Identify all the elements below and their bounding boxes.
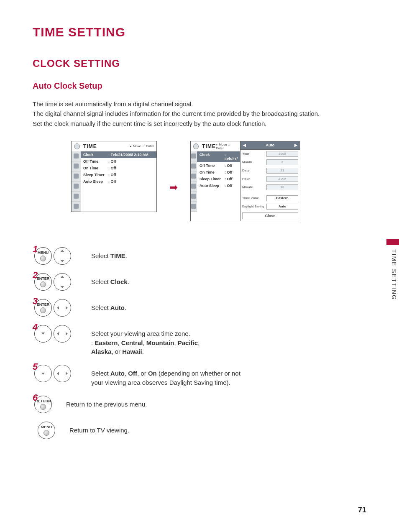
remote-leftright-button [54,365,71,382]
step-6: 6 RETURN Return to the previous menu. [33,396,250,413]
side-accent [386,239,399,245]
osd-title: TIME [83,143,130,149]
intro-text: The time is set automatically from a dig… [33,99,366,128]
osd-screenshot-right: TIME ⬥ Move ⊙ Enter Clock: Feb/21/ Off T… [190,141,300,221]
osd-screenshot-left: TIME ⬥ Move ⊙ Enter Clock: Feb/21/2008/ … [71,141,157,212]
remote-updown-button [54,273,71,291]
submenu-auto-label: Auto [266,143,275,147]
step-5: 5 Select Auto, Off, or On (depending on … [33,365,250,387]
step-number: 6 [33,392,38,403]
osd-submenu: ◀ Auto ▶ Year2008 Month2 Date21 Hour2 AM… [240,141,300,221]
osd-nav-hint: ⬥ Move ⊙ Enter [216,143,238,150]
remote-leftright-button [54,325,71,343]
step-3: 3 ENTER Select Auto. [33,299,250,317]
osd-screenshots: TIME ⬥ Move ⊙ Enter Clock: Feb/21/2008/ … [71,141,366,221]
triangle-right-icon: ▶ [294,143,297,147]
subsection-title: Auto Clock Setup [33,81,366,91]
remote-updown-button [54,247,71,265]
triangle-left-icon: ◀ [243,143,246,147]
osd-sidebar [72,151,81,212]
remote-menu-button: MENU [38,422,55,439]
step-number: 5 [33,361,38,372]
step-2: 2 ENTER Select Clock. [33,273,250,291]
osd-list: Clock: Feb/21/2008/ 2:10 AM Off Time: Of… [81,151,156,212]
step-4: 4 Select your viewing area time zone. : … [33,325,250,356]
arrow-icon: ➡ [169,182,178,193]
step-number: 3 [33,296,38,307]
osd-nav-hint: ⬥ Move ⊙ Enter [130,144,154,148]
steps-list: 1 MENU Select TIME. 2 ENTER Select Clock… [33,247,250,439]
intro-line-3: Set the clock manually if the current ti… [33,119,366,128]
clock-icon [74,143,80,149]
submenu-close: Close [242,212,298,219]
intro-line-1: The time is set automatically from a dig… [33,99,366,109]
osd-title: TIME [202,143,216,149]
page-title: TIME SETTING [33,25,366,39]
step-number: 2 [33,270,38,281]
section-title: CLOCK SETTING [33,58,366,69]
step-number: 1 [33,244,38,255]
clock-icon [193,143,199,149]
page-number: 71 [358,506,366,514]
step-7: MENU Return to TV viewing. [33,422,250,439]
submenu-auto-header: ◀ Auto ▶ [240,141,300,150]
step-number: 4 [33,322,38,332]
side-tab: TIME SETTING [389,247,399,303]
remote-leftright-button [54,299,71,317]
intro-line-2: The digital channel signal includes info… [33,109,366,118]
step-1: 1 MENU Select TIME. [33,247,250,265]
